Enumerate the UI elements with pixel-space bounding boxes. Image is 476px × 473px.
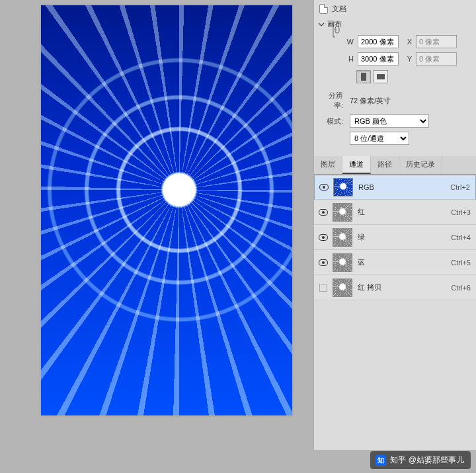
eye-icon[interactable] xyxy=(317,231,330,244)
channel-thumbnail xyxy=(333,203,352,222)
orientation-portrait-button[interactable] xyxy=(356,70,371,83)
link-dimensions-icon[interactable] xyxy=(331,19,343,41)
channel-shortcut: Ctrl+6 xyxy=(451,284,471,292)
channel-name: 红 拷贝 xyxy=(358,282,451,292)
eye-icon[interactable] xyxy=(317,206,330,219)
h-label: H xyxy=(344,55,354,63)
channel-thumbnail xyxy=(333,253,352,272)
chevron-down-icon xyxy=(318,21,325,28)
width-field[interactable] xyxy=(358,35,399,48)
channel-row-red-copy[interactable]: 红 拷贝 Ctrl+6 xyxy=(314,275,476,300)
properties-panel: 文档 画布 W X H Y 分辨率: xyxy=(313,0,476,450)
document-canvas[interactable] xyxy=(41,5,292,415)
w-label: W xyxy=(344,38,354,46)
channel-shortcut: Ctrl+3 xyxy=(451,208,471,216)
y-field[interactable] xyxy=(416,52,457,65)
channel-row-green[interactable]: 绿 Ctrl+4 xyxy=(314,225,476,250)
zhihu-watermark: 知 知乎 @姑婆那些事儿 xyxy=(370,451,471,469)
canvas-properties: W X H Y 分辨率: 72 像素/英寸 模式: RGB 颜色 xyxy=(314,32,476,152)
resolution-label: 分辨率: xyxy=(321,91,346,110)
channel-name: 红 xyxy=(358,207,451,217)
channel-shortcut: Ctrl+4 xyxy=(451,234,471,241)
orientation-group xyxy=(314,70,476,83)
channel-row-rgb[interactable]: RGB Ctrl+2 xyxy=(314,175,476,200)
watermark-text: 知乎 @姑婆那些事儿 xyxy=(390,454,464,466)
eye-icon[interactable] xyxy=(317,256,330,269)
x-field[interactable] xyxy=(416,35,457,48)
tab-history[interactable]: 历史记录 xyxy=(399,156,442,174)
channel-name: 蓝 xyxy=(358,257,451,267)
channel-thumbnail xyxy=(333,178,353,196)
tab-channels[interactable]: 通道 xyxy=(342,156,371,174)
channel-name: RGB xyxy=(358,183,450,191)
bit-depth-select[interactable]: 8 位/通道 xyxy=(350,132,409,145)
channel-shortcut: Ctrl+5 xyxy=(451,259,471,267)
panel-tabs: 图层 通道 路径 历史记录 xyxy=(314,156,476,175)
tab-paths[interactable]: 路径 xyxy=(371,156,399,174)
channel-thumbnail xyxy=(333,279,352,297)
eye-icon[interactable] xyxy=(317,181,331,194)
document-tab-label: 文档 xyxy=(332,4,346,14)
file-icon xyxy=(319,4,328,14)
document-tab[interactable]: 文档 xyxy=(314,0,476,17)
channel-row-blue[interactable]: 蓝 Ctrl+5 xyxy=(314,250,476,275)
x-label: X xyxy=(403,38,412,46)
mode-label: 模式: xyxy=(321,116,346,126)
shattered-glass-image xyxy=(41,5,292,415)
orientation-landscape-button[interactable] xyxy=(374,70,388,83)
channel-name: 绿 xyxy=(358,232,451,242)
channel-row-red[interactable]: 红 Ctrl+3 xyxy=(314,200,476,225)
eye-icon[interactable] xyxy=(317,281,330,294)
height-field[interactable] xyxy=(358,52,399,65)
channel-shortcut: Ctrl+2 xyxy=(450,183,470,191)
color-mode-select[interactable]: RGB 颜色 xyxy=(350,114,429,128)
channels-list: RGB Ctrl+2 红 Ctrl+3 绿 Ctrl+4 蓝 Ctrl+5 红 … xyxy=(314,175,476,300)
channel-thumbnail xyxy=(333,228,352,247)
resolution-value: 72 像素/英寸 xyxy=(350,96,391,106)
y-label: Y xyxy=(403,55,412,63)
tab-layers[interactable]: 图层 xyxy=(314,156,342,174)
zhihu-logo-icon: 知 xyxy=(376,455,386,466)
canvas-workspace xyxy=(0,0,304,450)
